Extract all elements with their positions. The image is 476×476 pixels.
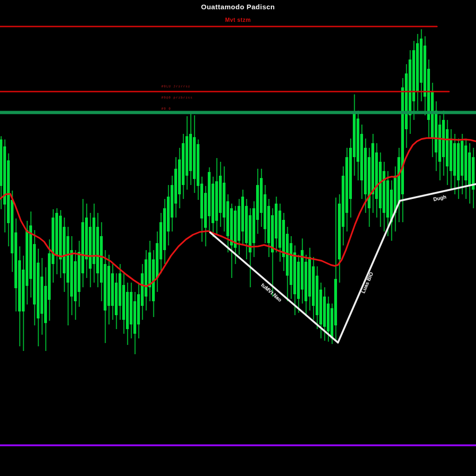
annotation-line: #0 0	[161, 107, 193, 111]
candlestick-chart: Ouattamodo Padiscn Mvt stzm #0LU Jrzrrsz…	[0, 0, 476, 476]
annotation-line: #0@0 przbrzss	[161, 96, 193, 99]
chart-title: Ouattamodo Padiscn	[0, 3, 476, 11]
annotation-line: #0LU Jrzrrsz	[161, 85, 193, 88]
chart-canvas	[0, 0, 476, 476]
annotation-block: #0LU Jrzrrsz #0@0 przbrzss #0 0	[161, 77, 193, 118]
chart-subtitle-label: Mvt stzm	[0, 17, 476, 23]
